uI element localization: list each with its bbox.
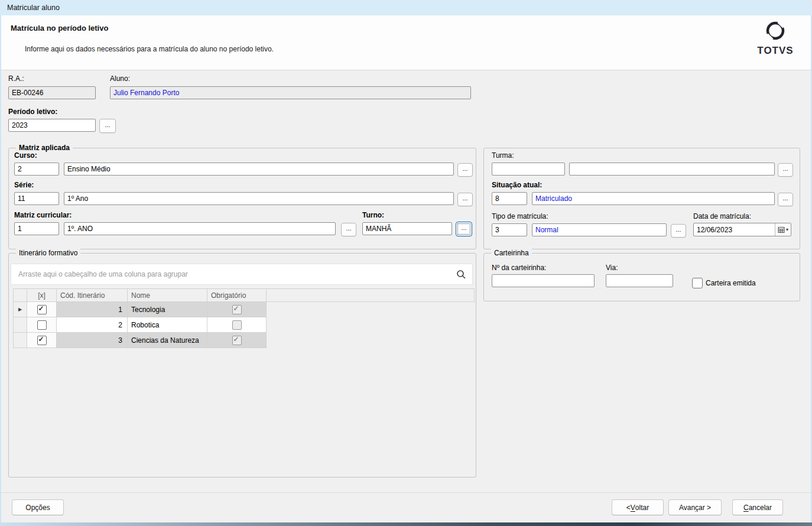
obrigatorio-checkbox <box>232 320 242 330</box>
ra-field[interactable] <box>8 86 96 99</box>
current-row-arrow-icon: ▶ <box>18 307 22 312</box>
curso-lookup-button[interactable]: ... <box>457 163 473 177</box>
curso-code-field[interactable] <box>14 163 59 176</box>
nome-cell: Ciencias da Natureza <box>128 333 207 348</box>
codigo-cell: 2 <box>57 317 128 333</box>
groupby-hint: Arraste aqui o cabeçalho de uma coluna p… <box>18 270 188 278</box>
page-title: Matrícula no período letivo <box>11 24 108 33</box>
row-indicator-cell <box>13 333 27 348</box>
grid-header-row: [x] Cód. Itinerário Nome Obrigatório <box>13 288 475 302</box>
matricular-aluno-window: Matricular aluno Matrícula no período le… <box>0 0 812 526</box>
aluno-label: Aluno: <box>110 74 130 83</box>
serie-label: Série: <box>14 181 34 189</box>
periodo-lookup-button[interactable]: ... <box>99 119 116 133</box>
aluno-field[interactable] <box>110 86 471 99</box>
search-icon[interactable] <box>456 270 466 280</box>
periodo-letivo-field[interactable] <box>8 119 96 132</box>
situacao-name-field[interactable] <box>532 192 775 205</box>
carteira-emitida-label: Carteira emitida <box>706 279 756 287</box>
data-matricula-value: 12/06/2023 <box>694 226 775 234</box>
grid-indicator-header <box>13 288 27 302</box>
turma-lookup-button[interactable]: ... <box>778 163 793 177</box>
cancelar-button[interactable]: Cancelar <box>732 499 783 515</box>
numero-carteirinha-field[interactable] <box>492 274 595 287</box>
row-indicator-cell <box>13 317 27 333</box>
table-row[interactable]: 2 Robotica <box>13 317 475 333</box>
tipo-matricula-label: Tipo de matrícula: <box>492 212 548 220</box>
dropdown-arrow-icon: ▾ <box>786 227 788 232</box>
obrigatorio-checkbox <box>232 336 242 345</box>
situacao-label: Situação atual: <box>492 181 542 189</box>
data-matricula-label: Data de matrícula: <box>693 212 751 220</box>
row-select-cell <box>27 317 57 333</box>
grid-header-filler <box>267 288 475 302</box>
grid-groupby-bar[interactable]: Arraste aqui o cabeçalho de uma coluna p… <box>11 264 473 285</box>
header-band: Matrícula no período letivo Informe aqui… <box>1 15 811 70</box>
via-field[interactable] <box>606 274 673 287</box>
itinerario-groupbox: Itinerário formativo <box>8 253 476 478</box>
column-header-sel[interactable]: [x] <box>27 288 57 302</box>
numero-carteirinha-label: Nº da carteirinha: <box>492 264 546 272</box>
column-header-obrigatorio[interactable]: Obrigatório <box>207 288 267 302</box>
matriz-name-field[interactable] <box>64 222 336 235</box>
matriz-curricular-label: Matriz curricular: <box>14 211 72 219</box>
ra-label: R.A.: <box>8 74 24 83</box>
table-row[interactable]: 3 Ciencias da Natureza <box>13 333 475 348</box>
turno-lookup-button[interactable]: ... <box>456 222 472 236</box>
opcoes-button-label: Opções <box>25 504 50 512</box>
serie-code-field[interactable] <box>14 192 59 205</box>
curso-name-field[interactable] <box>64 163 454 176</box>
situacao-code-field[interactable] <box>492 192 527 205</box>
serie-name-field[interactable] <box>64 192 454 205</box>
footer-divider <box>0 492 812 493</box>
tipo-name-field[interactable] <box>532 223 667 236</box>
totvs-logo: TOTVS <box>751 20 800 57</box>
matriz-code-field[interactable] <box>14 222 59 235</box>
window-bottom-edge <box>0 522 812 526</box>
matriz-lookup-button[interactable]: ... <box>341 223 356 236</box>
row-select-cell <box>27 333 57 348</box>
row-select-checkbox[interactable] <box>37 305 47 314</box>
column-header-codigo[interactable]: Cód. Itinerário <box>57 288 128 302</box>
situacao-lookup-button[interactable]: ... <box>778 193 793 206</box>
obrigatorio-cell <box>207 333 267 348</box>
row-select-checkbox[interactable] <box>37 336 47 345</box>
table-row[interactable]: ▶ 1 Tecnologia <box>13 302 475 317</box>
nome-cell: Tecnologia <box>128 302 207 317</box>
periodo-letivo-label: Período letivo: <box>8 108 57 116</box>
window-title: Matricular aluno <box>7 4 60 12</box>
totvs-logo-text: TOTVS <box>751 45 800 57</box>
totvs-logo-icon <box>765 20 786 41</box>
nome-cell: Robotica <box>128 317 207 333</box>
calendar-icon <box>778 226 785 233</box>
row-select-checkbox[interactable] <box>37 320 47 330</box>
obrigatorio-checkbox <box>232 305 242 314</box>
row-indicator-cell: ▶ <box>13 302 27 317</box>
serie-lookup-button[interactable]: ... <box>457 193 473 206</box>
row-select-cell <box>27 302 57 317</box>
turno-label: Turno: <box>362 211 384 219</box>
page-subtitle: Informe aqui os dados necessários para a… <box>25 45 274 53</box>
date-dropdown-button[interactable]: ▾ <box>775 223 791 236</box>
tipo-code-field[interactable] <box>492 223 527 236</box>
turma-code-field[interactable] <box>492 163 565 176</box>
itinerario-title: Itinerário formativo <box>16 249 80 257</box>
codigo-cell: 1 <box>57 302 128 317</box>
obrigatorio-cell <box>207 317 267 333</box>
avancar-button[interactable]: Avançar > <box>668 499 722 515</box>
turma-name-field[interactable] <box>569 163 775 176</box>
via-label: Via: <box>606 264 618 272</box>
carteirinha-title: Carteirinha <box>491 249 532 257</box>
itinerario-grid: [x] Cód. Itinerário Nome Obrigatório ▶ 1… <box>13 288 475 348</box>
matriz-aplicada-title: Matriz aplicada <box>16 144 73 152</box>
obrigatorio-cell <box>207 302 267 317</box>
carteira-emitida-checkbox[interactable] <box>692 278 703 288</box>
window-titlebar[interactable]: Matricular aluno <box>0 0 812 15</box>
codigo-cell: 3 <box>57 333 128 348</box>
voltar-button[interactable]: < Voltar <box>612 499 664 515</box>
column-header-nome[interactable]: Nome <box>128 288 207 302</box>
opcoes-button[interactable]: Opções <box>12 499 64 515</box>
turno-field[interactable] <box>362 222 452 235</box>
data-matricula-field[interactable]: 12/06/2023 ▾ <box>693 223 791 236</box>
tipo-lookup-button[interactable]: ... <box>671 224 686 238</box>
